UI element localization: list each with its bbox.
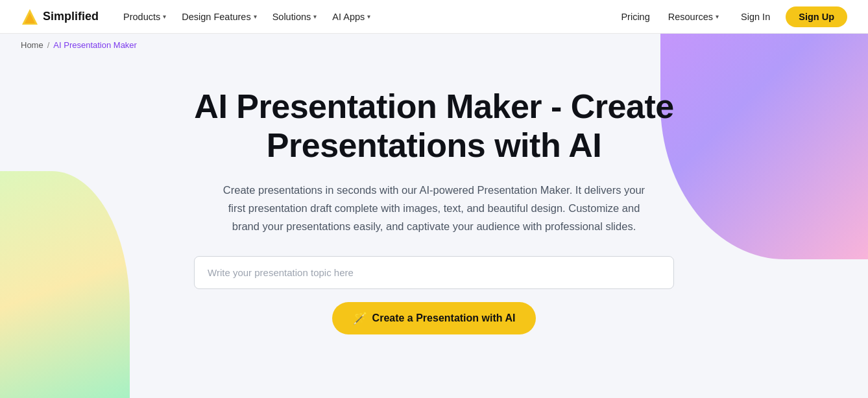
topic-input-area (194, 256, 674, 289)
nav-pricing[interactable]: Pricing (614, 8, 656, 26)
nav-items: Products ▾ Design Features ▾ Solutions ▾… (117, 8, 614, 26)
breadcrumb: Home / AI Presentation Maker (0, 34, 868, 56)
chevron-down-icon: ▾ (163, 13, 166, 20)
chevron-down-icon: ▾ (313, 13, 317, 20)
chevron-down-icon: ▾ (716, 13, 719, 20)
logo-link[interactable]: Simplified (21, 8, 99, 26)
chevron-down-icon: ▾ (367, 13, 370, 20)
nav-solutions[interactable]: Solutions ▾ (266, 8, 324, 26)
topic-input[interactable] (194, 256, 674, 289)
chevron-down-icon: ▾ (254, 13, 257, 20)
nav-products[interactable]: Products ▾ (117, 8, 173, 26)
hero-subtitle: Create presentations in seconds with our… (213, 181, 655, 235)
signin-button[interactable]: Sign In (730, 7, 780, 27)
hero-section: AI Presentation Maker - Create Presentat… (0, 56, 868, 334)
breadcrumb-separator: / (47, 40, 50, 50)
nav-resources[interactable]: Resources ▾ (662, 8, 725, 26)
breadcrumb-current: AI Presentation Maker (53, 40, 137, 50)
nav-ai-apps[interactable]: AI Apps ▾ (326, 8, 377, 26)
breadcrumb-home[interactable]: Home (21, 40, 43, 50)
logo-text: Simplified (43, 10, 99, 23)
hero-title: AI Presentation Maker - Create Presentat… (130, 88, 738, 165)
nav-design-features[interactable]: Design Features ▾ (175, 8, 263, 26)
signup-button[interactable]: Sign Up (786, 6, 847, 27)
navbar: Simplified Products ▾ Design Features ▾ … (0, 0, 868, 34)
logo-icon (21, 8, 39, 26)
wand-icon: 🪄 (353, 311, 367, 325)
nav-right: Pricing Resources ▾ Sign In Sign Up (614, 6, 847, 27)
create-presentation-button[interactable]: 🪄 Create a Presentation with AI (332, 302, 536, 334)
